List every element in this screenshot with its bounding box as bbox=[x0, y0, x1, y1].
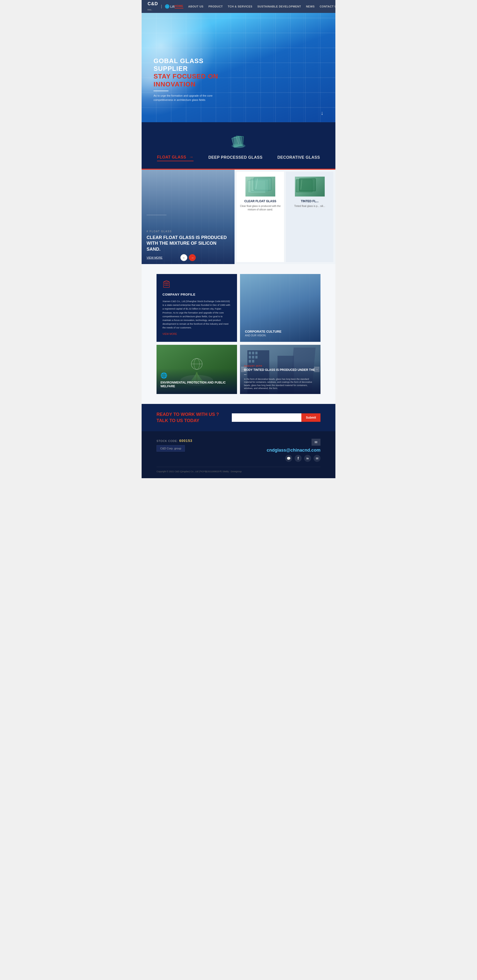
nav-product[interactable]: PRODUCT bbox=[208, 5, 223, 8]
svg-rect-17 bbox=[164, 283, 165, 284]
facebook-icon[interactable]: f bbox=[295, 455, 302, 462]
news-content: AUGUST 25TH BODY TINTED GLASS IS PRODUCE… bbox=[240, 361, 321, 394]
product-main-title: CLEAR FLOAT GLASS IS PRODUCED WITH THE M… bbox=[146, 235, 229, 252]
svg-rect-18 bbox=[166, 283, 167, 284]
copyright: Copyright © 2021 C&D (Qingdao) Co., Ltd … bbox=[156, 470, 242, 473]
product-clear-title: CLEAR FLOAT GLASS bbox=[245, 199, 276, 203]
globe-icon: 🌐 bbox=[161, 372, 233, 379]
svg-line-23 bbox=[164, 280, 167, 282]
about-row2: 🌐 ENVIRONMENTAL PROTECTION AND PUBLIC WE… bbox=[156, 345, 321, 394]
stock-code: STOCK CODE: 600153 bbox=[156, 439, 192, 443]
footer-logo-area: C&D Corp. group bbox=[156, 445, 192, 452]
footer-top: STOCK CODE: 600153 C&D Corp. group ✉ cnd… bbox=[156, 439, 321, 462]
product-card-clear[interactable]: CLEAR FLOAT GLASS Clear float glass is p… bbox=[237, 172, 284, 262]
products-grid: CLEAR FLOAT GLASS Clear float glass is p… bbox=[235, 170, 335, 264]
hero-content: GOBAL GLASS SUPPLIER STAY FOCUSED ON INN… bbox=[142, 57, 246, 122]
scroll-down-arrow[interactable]: ↓ bbox=[321, 110, 323, 116]
cta-title: READY TO WORK WITH US ? TALK TO US TODAY bbox=[156, 411, 219, 424]
tinted-glass-illustration bbox=[295, 177, 325, 197]
email-icon: ✉ bbox=[312, 439, 321, 445]
linkedin-icon[interactable]: in bbox=[304, 455, 311, 462]
glass-layers-icon bbox=[227, 132, 250, 154]
product-view-more-link[interactable]: VIEW MORE bbox=[146, 256, 229, 259]
news-title: BODY TINTED GLASS IS PRODUCED UNDER THE … bbox=[244, 368, 316, 376]
nav-contact[interactable]: CONTACT US bbox=[320, 5, 335, 8]
tab-float-glass[interactable]: FLOAT GLASS → bbox=[157, 154, 194, 161]
company-profile-title: COMPANY PROFILE bbox=[162, 293, 231, 296]
svg-point-8 bbox=[233, 145, 244, 148]
product-clear-desc: Clear float glass is produced with the m… bbox=[240, 204, 281, 212]
logo-cd[interactable]: C&D Inc. bbox=[148, 1, 158, 12]
footer-bottom: Copyright © 2021 C&D (Qingdao) Co., Ltd … bbox=[156, 467, 321, 473]
corporate-subtitle: AND OUR VISION: bbox=[245, 334, 315, 337]
logo-area: C&D Inc. | L Lift bbox=[148, 1, 175, 12]
product-category: # FLOAT GLASS bbox=[146, 230, 229, 233]
corporate-culture-card[interactable]: CORPORATE CULTURE AND OUR VISION: bbox=[240, 274, 321, 342]
nav-tch[interactable]: TCH & SERVICES bbox=[228, 5, 253, 8]
footer-right-area: ✉ cndglass@chinacnd.com 💬 f in ✉ bbox=[267, 439, 321, 462]
lift-circle-icon: L bbox=[165, 4, 169, 9]
news-date: AUGUST 25TH bbox=[244, 365, 316, 367]
footer-social: 💬 f in ✉ bbox=[267, 455, 321, 462]
cta-section: READY TO WORK WITH US ? TALK TO US TODAY… bbox=[142, 404, 335, 431]
main-nav: HOME ABOUT US PRODUCT TCH & SERVICES SUS… bbox=[175, 5, 335, 8]
social-email-icon[interactable]: ✉ bbox=[313, 455, 321, 462]
nav-home[interactable]: HOME bbox=[175, 5, 183, 8]
clear-float-glass-illustration bbox=[245, 177, 275, 197]
nav-about[interactable]: ABOUT US bbox=[188, 5, 204, 8]
svg-rect-35 bbox=[255, 352, 258, 354]
about-grid: COMPANY PROFILE Xiamen C&D Co., Ltd.(Sha… bbox=[156, 274, 321, 342]
cta-highlight: TODAY bbox=[184, 418, 199, 423]
product-card-img-clear bbox=[245, 177, 275, 197]
products-showcase-section: # FLOAT GLASS CLEAR FLOAT GLASS IS PRODU… bbox=[142, 170, 335, 264]
svg-rect-22 bbox=[167, 285, 169, 286]
tab-arrow: → bbox=[189, 154, 194, 159]
tab-decorative[interactable]: DECORATIVE GLASS bbox=[278, 155, 320, 161]
footer-email[interactable]: cndglass@chinacnd.com bbox=[267, 448, 321, 453]
env-content: 🌐 ENVIRONMENTAL PROTECTION AND PUBLIC WE… bbox=[156, 368, 237, 394]
corporate-img: CORPORATE CULTURE AND OUR VISION: bbox=[240, 274, 321, 342]
footer-left: STOCK CODE: 600153 C&D Corp. group bbox=[156, 439, 192, 452]
svg-rect-33 bbox=[249, 352, 251, 354]
product-main-image: # FLOAT GLASS CLEAR FLOAT GLASS IS PRODU… bbox=[142, 170, 235, 264]
svg-rect-19 bbox=[167, 283, 169, 284]
footer-logo-box: C&D Corp. group bbox=[156, 445, 185, 452]
company-profile-text: Xiamen C&D Co., Ltd.(Shanghai Stock Exch… bbox=[162, 299, 231, 330]
news-text: In the form of decorative beads, glass h… bbox=[244, 378, 316, 390]
cta-email-input[interactable] bbox=[232, 414, 301, 422]
product-card-tinted[interactable]: TINTED FL... Tinted float glass is p... … bbox=[286, 172, 333, 262]
lift-icon: L bbox=[166, 5, 169, 8]
news-card[interactable]: ← → AUGUST 25TH BODY TINTED GLASS IS PRO… bbox=[240, 345, 321, 394]
nav-sustainable[interactable]: SUSTAINABLE DEVELOPMENT bbox=[258, 5, 301, 8]
cta-text: READY TO WORK WITH US ? TALK TO US TODAY bbox=[156, 411, 219, 424]
svg-rect-36 bbox=[249, 356, 251, 358]
svg-rect-34 bbox=[252, 352, 254, 354]
svg-line-24 bbox=[167, 280, 169, 282]
env-card[interactable]: 🌐 ENVIRONMENTAL PROTECTION AND PUBLIC WE… bbox=[156, 345, 237, 394]
building-icon bbox=[162, 280, 231, 290]
hero-section: GOBAL GLASS SUPPLIER STAY FOCUSED ON INN… bbox=[142, 13, 335, 122]
footer: STOCK CODE: 600153 C&D Corp. group ✉ cnd… bbox=[142, 431, 335, 478]
product-card-img-tinted bbox=[295, 177, 325, 197]
nav-news[interactable]: NEWS bbox=[306, 5, 315, 8]
logo-lift: L Lift bbox=[165, 4, 174, 9]
hero-subtitle: As to urge the formation and upgrade of … bbox=[154, 94, 223, 102]
svg-rect-38 bbox=[255, 356, 258, 358]
products-tabs-row: FLOAT GLASS → DEEP PROCESSED GLASS DECOR… bbox=[157, 154, 320, 161]
svg-text:L: L bbox=[167, 6, 168, 8]
cta-submit-btn[interactable]: Submit bbox=[301, 414, 321, 422]
logo-divider: | bbox=[161, 4, 162, 9]
about-section: COMPANY PROFILE Xiamen C&D Co., Ltd.(Sha… bbox=[142, 264, 335, 404]
company-profile-link[interactable]: VIEW MORE bbox=[162, 332, 177, 336]
hero-title2: STAY FOCUSED ON INNOVATION bbox=[154, 73, 234, 88]
env-title: ENVIRONMENTAL PROTECTION AND PUBLIC WELF… bbox=[161, 381, 233, 388]
hero-line bbox=[154, 91, 169, 91]
hero-title1: GOBAL GLASS SUPPLIER bbox=[154, 57, 234, 73]
wechat-icon[interactable]: 💬 bbox=[285, 455, 292, 462]
product-tinted-desc: Tinted float glass is p... sili... bbox=[294, 204, 325, 208]
svg-rect-21 bbox=[166, 285, 167, 286]
product-tinted-title: TINTED FL... bbox=[301, 199, 318, 203]
tab-deep-processed[interactable]: DEEP PROCESSED GLASS bbox=[208, 155, 262, 161]
corporate-title: CORPORATE CULTURE bbox=[245, 329, 315, 334]
svg-rect-20 bbox=[164, 285, 165, 286]
